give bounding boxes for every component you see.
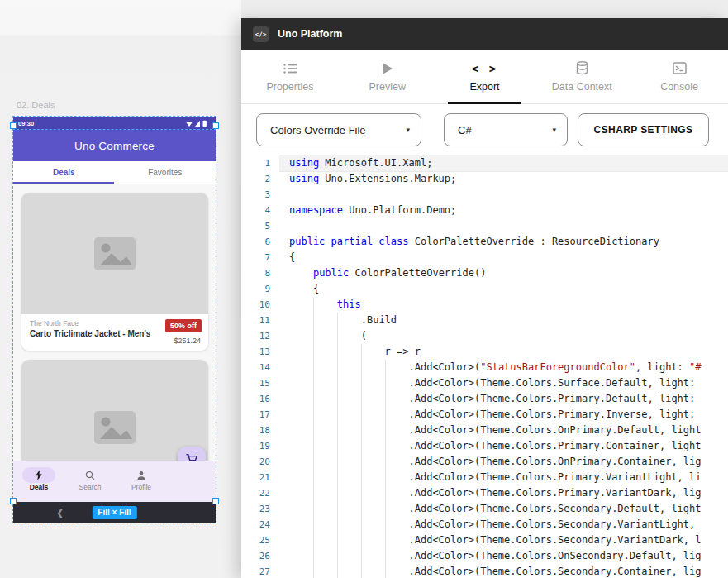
code-line[interactable]: 22 .Add<Color>(Theme.Colors.Primary.Vari…	[241, 485, 728, 501]
tab-console[interactable]: Console	[630, 50, 728, 103]
panel-header[interactable]: </> Uno Platform	[241, 18, 728, 50]
console-icon	[673, 62, 687, 74]
line-number[interactable]: 27	[241, 566, 279, 577]
phone-app-bar: Uno Commerce	[13, 130, 216, 161]
phone-tab-deals[interactable]: Deals	[13, 161, 115, 184]
code-line[interactable]: 12 (	[241, 328, 728, 344]
line-number[interactable]: 13	[241, 346, 279, 357]
line-number[interactable]: 7	[241, 252, 279, 263]
indent-guide	[313, 297, 314, 313]
tab-properties[interactable]: Properties	[241, 50, 339, 103]
product-brand: The North Face	[30, 319, 79, 327]
line-number[interactable]: 8	[241, 268, 279, 279]
code-line[interactable]: 18 .Add<Color>(Theme.Colors.OnPrimary.De…	[241, 423, 728, 438]
line-number[interactable]: 11	[241, 315, 279, 326]
tab-data-context[interactable]: Data Context	[533, 50, 630, 103]
code-editor[interactable]: 1using Microsoft.UI.Xaml;2using Uno.Exte…	[241, 154, 728, 578]
search-icon	[85, 471, 95, 480]
line-number[interactable]: 23	[241, 504, 279, 514]
indent-guide	[361, 548, 362, 564]
line-number[interactable]: 3	[241, 189, 279, 200]
code-line[interactable]: 13 r => r	[241, 344, 728, 360]
indent-guide	[313, 548, 314, 564]
indent-guide	[313, 328, 314, 344]
code-line[interactable]: 21 .Add<Color>(Theme.Colors.Primary.Vari…	[241, 470, 728, 485]
code-line[interactable]: 1using Microsoft.UI.Xaml;	[241, 155, 728, 171]
nav-item-search[interactable]: Search	[64, 461, 116, 502]
file-dropdown[interactable]: Colors Override File ▾	[256, 113, 421, 146]
selection-inner-line	[12, 129, 216, 130]
code-line[interactable]: 7{	[241, 250, 728, 265]
selection-handle[interactable]	[10, 498, 17, 504]
code-line[interactable]: 9 {	[241, 281, 728, 297]
selection-handle[interactable]	[212, 122, 219, 129]
indent-guide	[313, 533, 314, 548]
line-number[interactable]: 10	[241, 299, 279, 310]
line-number[interactable]: 19	[241, 441, 279, 451]
line-number[interactable]: 20	[241, 456, 279, 467]
indent-guide	[361, 564, 362, 578]
selection-handle[interactable]	[212, 498, 219, 504]
line-number[interactable]: 6	[241, 236, 279, 247]
wifi-icon	[187, 121, 193, 126]
code-line[interactable]: 26 .Add<Color>(Theme.Colors.OnSecondary.…	[241, 548, 728, 564]
code-text: .Add<Color>(Theme.Colors.Secondary.Varia…	[279, 517, 728, 533]
line-number[interactable]: 5	[241, 221, 279, 232]
figma-canvas[interactable]: 02. Deals 09:30 Uno Commerce Deals	[0, 0, 241, 578]
back-chevron-icon[interactable]: ❮	[56, 507, 64, 518]
play-icon	[382, 63, 393, 74]
phone-tab-favorites[interactable]: Favorites	[115, 161, 216, 184]
csharp-settings-button[interactable]: CSHARP SETTINGS	[578, 113, 709, 146]
code-line[interactable]: 2using Uno.Extensions.Markup;	[241, 171, 728, 187]
indent-guide	[313, 391, 314, 407]
code-line[interactable]: 4namespace Uno.Platform.Demo;	[241, 203, 728, 218]
indent-guide	[361, 407, 362, 423]
frame-name-label[interactable]: 02. Deals	[17, 100, 55, 110]
indent-guide	[337, 407, 338, 423]
code-line[interactable]: 3	[241, 187, 728, 203]
code-line[interactable]: 23 .Add<Color>(Theme.Colors.Secondary.De…	[241, 501, 728, 517]
line-number[interactable]: 4	[241, 205, 279, 216]
code-line[interactable]: 8 public ColorPaletteOverride()	[241, 265, 728, 281]
indent-guide	[337, 375, 338, 391]
line-number[interactable]: 16	[241, 394, 279, 404]
line-number[interactable]: 18	[241, 425, 279, 436]
language-dropdown[interactable]: C# ▾	[444, 113, 568, 146]
code-line[interactable]: 11 .Build	[241, 313, 728, 328]
line-number[interactable]: 12	[241, 331, 279, 342]
code-text: .Add<Color>(Theme.Colors.Secondary.Conta…	[279, 564, 728, 578]
line-number[interactable]: 15	[241, 378, 279, 389]
tab-export[interactable]: < > Export	[436, 50, 534, 103]
code-line[interactable]: 15 .Add<Color>(Theme.Colors.Surface.Defa…	[241, 375, 728, 391]
code-line[interactable]: 6public partial class ColorPaletteOverri…	[241, 234, 728, 250]
indent-guide	[361, 454, 362, 470]
tab-preview[interactable]: Preview	[339, 50, 436, 103]
code-line[interactable]: 10 this	[241, 297, 728, 313]
nav-item-deals[interactable]: Deals	[13, 461, 64, 502]
code-line[interactable]: 19 .Add<Color>(Theme.Colors.Primary.Cont…	[241, 438, 728, 454]
line-number[interactable]: 14	[241, 362, 279, 373]
phone-frame[interactable]: 09:30 Uno Commerce Deals Favorites	[13, 117, 216, 502]
export-toolbar: Colors Override File ▾ C# ▾ CSHARP SETTI…	[241, 104, 728, 154]
product-card[interactable]: The North Face Carto Triclimate Jacket -…	[21, 193, 208, 351]
line-number[interactable]: 9	[241, 284, 279, 294]
line-number[interactable]: 26	[241, 551, 279, 561]
line-number[interactable]: 25	[241, 535, 279, 546]
nav-item-profile[interactable]: Profile	[116, 461, 167, 502]
code-line[interactable]: 5	[241, 218, 728, 234]
code-line[interactable]: 25 .Add<Color>(Theme.Colors.Secondary.Va…	[241, 533, 728, 548]
line-number[interactable]: 17	[241, 409, 279, 420]
code-line[interactable]: 16 .Add<Color>(Theme.Colors.Primary.Defa…	[241, 391, 728, 407]
line-number[interactable]: 21	[241, 472, 279, 483]
code-line[interactable]: 14 .Add<Color>("StatusBarForegroundColor…	[241, 360, 728, 375]
code-line[interactable]: 24 .Add<Color>(Theme.Colors.Secondary.Va…	[241, 517, 728, 533]
indent-guide	[337, 533, 338, 548]
code-line[interactable]: 20 .Add<Color>(Theme.Colors.OnPrimary.Co…	[241, 454, 728, 470]
line-number[interactable]: 22	[241, 488, 279, 499]
selection-handle[interactable]	[10, 122, 17, 129]
line-number[interactable]: 2	[241, 174, 279, 184]
line-number[interactable]: 1	[241, 158, 279, 169]
line-number[interactable]: 24	[241, 519, 279, 530]
code-line[interactable]: 17 .Add<Color>(Theme.Colors.Primary.Inve…	[241, 407, 728, 423]
code-line[interactable]: 27 .Add<Color>(Theme.Colors.Secondary.Co…	[241, 564, 728, 578]
